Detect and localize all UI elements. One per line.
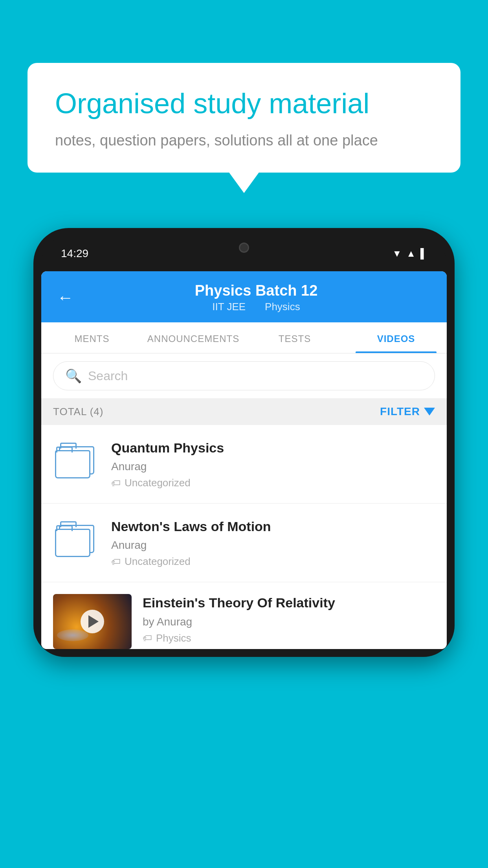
phone-wrapper: 14:29 ▼ ▲ ▌ ← Physics Batch 12 IIT JEE	[33, 228, 455, 868]
list-item[interactable]: Newton's Laws of Motion Anurag 🏷 Uncateg…	[41, 504, 447, 582]
video-title: Einstein's Theory Of Relativity	[143, 594, 435, 611]
tag-icon: 🏷	[111, 478, 121, 489]
video-tag: 🏷 Physics	[143, 632, 435, 644]
total-count: TOTAL (4)	[53, 406, 103, 418]
phone-notch	[205, 236, 283, 259]
filter-bar: TOTAL (4) FILTER	[41, 398, 447, 425]
header-title-area: Physics Batch 12 IIT JEE Physics	[81, 282, 431, 313]
phone-outer: 14:29 ▼ ▲ ▌ ← Physics Batch 12 IIT JEE	[33, 228, 455, 657]
video-info: Quantum Physics Anurag 🏷 Uncategorized	[111, 439, 435, 489]
phone-camera	[239, 243, 249, 253]
phone-screen: ← Physics Batch 12 IIT JEE Physics MENTS…	[41, 271, 447, 649]
video-tag: 🏷 Uncategorized	[111, 477, 435, 489]
video-info: Einstein's Theory Of Relativity by Anura…	[143, 594, 435, 644]
play-icon	[88, 615, 99, 628]
folder-front	[55, 529, 90, 557]
video-author: by Anurag	[143, 616, 435, 628]
list-item[interactable]: Quantum Physics Anurag 🏷 Uncategorized	[41, 425, 447, 504]
filter-button[interactable]: FILTER	[380, 405, 435, 418]
video-thumbnail-image	[53, 594, 132, 649]
subtitle-part2: Physics	[265, 301, 300, 313]
search-input[interactable]: Search	[88, 369, 128, 383]
tab-announcements[interactable]: ANNOUNCEMENTS	[143, 322, 244, 353]
bubble-subtitle: notes, question papers, solutions all at…	[55, 132, 433, 149]
video-title: Quantum Physics	[111, 439, 435, 456]
list-item[interactable]: Einstein's Theory Of Relativity by Anura…	[41, 582, 447, 649]
phone-time: 14:29	[61, 247, 88, 260]
play-button[interactable]	[81, 610, 104, 633]
video-folder-icon	[53, 439, 100, 478]
header-title: Physics Batch 12	[81, 282, 431, 299]
video-author: Anurag	[111, 539, 435, 552]
thumbnail-glow	[57, 629, 88, 641]
video-folder-icon	[53, 518, 100, 557]
wifi-icon: ▼	[392, 248, 402, 259]
folder-front	[55, 450, 90, 478]
search-area: 🔍 Search	[41, 353, 447, 398]
tab-videos[interactable]: VIDEOS	[345, 322, 447, 353]
phone-status-bar: 14:29 ▼ ▲ ▌	[41, 236, 447, 271]
search-icon: 🔍	[65, 368, 82, 384]
video-author: Anurag	[111, 460, 435, 473]
speech-bubble: Organised study material notes, question…	[28, 63, 460, 173]
bubble-title: Organised study material	[55, 86, 433, 120]
back-button[interactable]: ←	[57, 288, 73, 307]
tabs-bar: MENTS ANNOUNCEMENTS TESTS VIDEOS	[41, 322, 447, 353]
video-tag: 🏷 Uncategorized	[111, 555, 435, 568]
search-box[interactable]: 🔍 Search	[53, 361, 435, 390]
tab-tests[interactable]: TESTS	[244, 322, 345, 353]
tag-icon: 🏷	[111, 556, 121, 567]
speech-bubble-container: Organised study material notes, question…	[28, 63, 460, 173]
video-info: Newton's Laws of Motion Anurag 🏷 Uncateg…	[111, 518, 435, 568]
signal-icon: ▲	[406, 248, 416, 259]
filter-icon	[424, 408, 435, 416]
subtitle-part1: IIT JEE	[212, 301, 246, 313]
battery-icon: ▌	[420, 248, 427, 259]
video-list: Quantum Physics Anurag 🏷 Uncategorized	[41, 425, 447, 649]
video-title: Newton's Laws of Motion	[111, 518, 435, 535]
tab-ments[interactable]: MENTS	[41, 322, 143, 353]
tag-icon: 🏷	[143, 633, 152, 644]
phone-status-icons: ▼ ▲ ▌	[392, 248, 427, 259]
header-subtitle: IIT JEE Physics	[81, 301, 431, 313]
app-header: ← Physics Batch 12 IIT JEE Physics	[41, 271, 447, 322]
